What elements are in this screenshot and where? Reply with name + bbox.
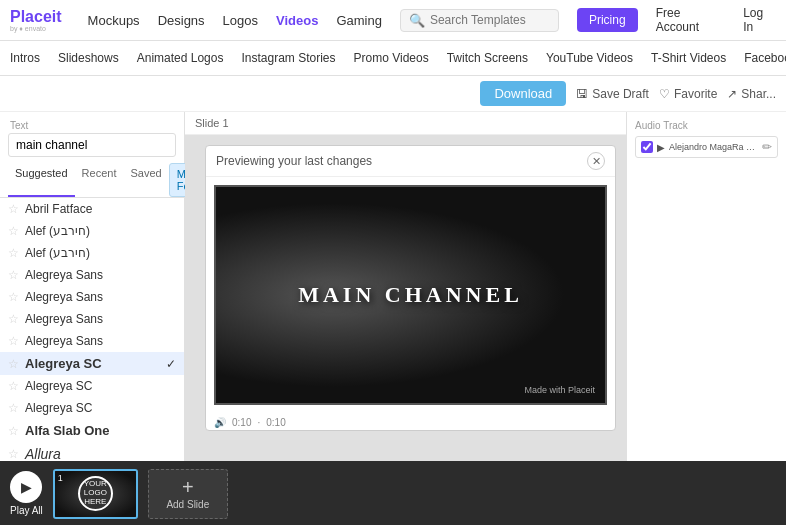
font-star-icon[interactable]: ☆ <box>8 246 19 260</box>
preview-header: Previewing your last changes ✕ <box>206 146 615 177</box>
favorite-button[interactable]: ♡ Favorite <box>659 87 717 101</box>
favorite-icon: ♡ <box>659 87 670 101</box>
font-star-icon[interactable]: ☆ <box>8 224 19 238</box>
preview-sound-icon[interactable]: 🔊 <box>214 417 226 428</box>
add-slide-button[interactable]: + Add Slide <box>148 469 228 519</box>
subnav-facebook[interactable]: Facebook Covers <box>744 51 786 65</box>
preview-time-start: 0:10 <box>232 417 251 428</box>
sidebar: Text Suggested Recent Saved More Fonts ☆… <box>0 112 185 461</box>
font-item-1[interactable]: ☆Alef (חירבע) <box>0 220 184 242</box>
favorite-label: Favorite <box>674 87 717 101</box>
font-item-9[interactable]: ☆Alegreya SC <box>0 397 184 419</box>
nav-videos[interactable]: Videos <box>276 13 318 28</box>
audio-label: Audio Track <box>635 120 778 131</box>
slide-number: 1 <box>58 473 63 483</box>
nav-mockups[interactable]: Mockups <box>88 13 140 28</box>
play-all-button[interactable]: ▶ <box>10 471 42 503</box>
audio-play-button[interactable]: ▶ <box>657 142 665 153</box>
audio-track-name: Alejandro MagaRa (A. M.) · Min... <box>669 142 756 152</box>
center-panel: Slide 1 Previewing your last changes ✕ M… <box>185 112 626 461</box>
font-name-label: Alfa Slab One <box>25 423 110 438</box>
font-star-icon[interactable]: ☆ <box>8 290 19 304</box>
tab-saved[interactable]: Saved <box>123 163 168 197</box>
audio-edit-button[interactable]: ✏ <box>762 140 772 154</box>
share-button[interactable]: ↗ Shar... <box>727 87 776 101</box>
preview-dialog: Previewing your last changes ✕ MAIN CHAN… <box>205 145 616 431</box>
subnav-intros[interactable]: Intros <box>10 51 40 65</box>
search-icon: 🔍 <box>409 13 425 28</box>
font-item-8[interactable]: ☆Alegreya SC <box>0 375 184 397</box>
font-star-icon[interactable]: ☆ <box>8 202 19 216</box>
preview-controls: 🔊 0:10 · 0:10 <box>206 413 615 432</box>
nav-gaming[interactable]: Gaming <box>336 13 382 28</box>
font-item-2[interactable]: ☆Alef (חירבע) <box>0 242 184 264</box>
nav-logos[interactable]: Logos <box>223 13 258 28</box>
subnav-instagram[interactable]: Instagram Stories <box>241 51 335 65</box>
subnav-twitch[interactable]: Twitch Screens <box>447 51 528 65</box>
font-name-label: Alegreya Sans <box>25 334 103 348</box>
play-all-label: Play All <box>10 505 43 516</box>
font-item-0[interactable]: ☆Abril Fatface <box>0 198 184 220</box>
font-star-icon[interactable]: ☆ <box>8 312 19 326</box>
subnav-slideshows[interactable]: Slideshows <box>58 51 119 65</box>
slide-label: Slide 1 <box>185 112 626 135</box>
tab-recent[interactable]: Recent <box>75 163 124 197</box>
subnav-youtube[interactable]: YouTube Videos <box>546 51 633 65</box>
font-star-icon[interactable]: ☆ <box>8 424 19 438</box>
save-draft-label: Save Draft <box>592 87 649 101</box>
font-item-7[interactable]: ☆Alegreya SC✓ <box>0 352 184 375</box>
account-button[interactable]: Free Account <box>656 6 726 34</box>
text-label: Text <box>0 112 184 133</box>
subnav-promo[interactable]: Promo Videos <box>354 51 429 65</box>
search-bar: 🔍 <box>400 9 559 32</box>
font-star-icon[interactable]: ☆ <box>8 447 19 461</box>
font-name-label: Alegreya Sans <box>25 290 103 304</box>
preview-video: MAIN CHANNEL Made with Placeit <box>214 185 607 405</box>
font-name-label: Alef (חירבע) <box>25 246 90 260</box>
logo-place: Placeit <box>10 9 62 25</box>
font-item-11[interactable]: ☆Allura <box>0 442 184 461</box>
share-icon: ↗ <box>727 87 737 101</box>
font-item-10[interactable]: ☆Alfa Slab One <box>0 419 184 442</box>
font-name-label: Alef (חירבע) <box>25 224 90 238</box>
font-name-label: Allura <box>25 446 61 461</box>
thumb-inner: YOUR LOGO HERE <box>55 471 136 517</box>
font-item-3[interactable]: ☆Alegreya Sans <box>0 264 184 286</box>
preview-close-button[interactable]: ✕ <box>587 152 605 170</box>
main-area: Text Suggested Recent Saved More Fonts ☆… <box>0 112 786 461</box>
font-name-label: Alegreya Sans <box>25 312 103 326</box>
login-button[interactable]: Log In <box>743 6 776 34</box>
font-star-icon[interactable]: ☆ <box>8 268 19 282</box>
preview-area: Previewing your last changes ✕ MAIN CHAN… <box>185 135 626 461</box>
subnav: Intros Slideshows Animated Logos Instagr… <box>0 41 786 76</box>
video-watermark: Made with Placeit <box>524 385 595 395</box>
font-star-icon[interactable]: ☆ <box>8 401 19 415</box>
bottom-bar: ▶ Play All 1 YOUR LOGO HERE + Add Slide <box>0 461 786 525</box>
tab-suggested[interactable]: Suggested <box>8 163 75 197</box>
logo-sub: by ♦ envato <box>10 25 62 32</box>
save-draft-button[interactable]: 🖫 Save Draft <box>576 87 649 101</box>
font-star-icon[interactable]: ☆ <box>8 334 19 348</box>
subnav-animated-logos[interactable]: Animated Logos <box>137 51 224 65</box>
download-button[interactable]: Download <box>480 81 566 106</box>
font-star-icon[interactable]: ☆ <box>8 357 19 371</box>
font-item-4[interactable]: ☆Alegreya Sans <box>0 286 184 308</box>
font-check-icon: ✓ <box>166 357 176 371</box>
subnav-tshirt[interactable]: T-Shirt Videos <box>651 51 726 65</box>
audio-track: ▶ Alejandro MagaRa (A. M.) · Min... ✏ <box>635 136 778 158</box>
font-item-6[interactable]: ☆Alegreya Sans <box>0 330 184 352</box>
nav-designs[interactable]: Designs <box>158 13 205 28</box>
font-item-5[interactable]: ☆Alegreya Sans <box>0 308 184 330</box>
text-input[interactable] <box>8 133 176 157</box>
logo: Placeit by ♦ envato <box>10 9 62 32</box>
add-slide-plus-icon: + <box>182 477 194 497</box>
pricing-button[interactable]: Pricing <box>577 8 638 32</box>
actionbar: Download 🖫 Save Draft ♡ Favorite ↗ Shar.… <box>0 76 786 112</box>
font-name-label: Alegreya SC <box>25 401 92 415</box>
font-star-icon[interactable]: ☆ <box>8 379 19 393</box>
font-name-label: Alegreya Sans <box>25 268 103 282</box>
slide-thumbnail-1[interactable]: 1 YOUR LOGO HERE <box>53 469 138 519</box>
search-input[interactable] <box>430 13 550 27</box>
font-tabs: Suggested Recent Saved More Fonts <box>0 163 184 198</box>
audio-checkbox[interactable] <box>641 141 653 153</box>
